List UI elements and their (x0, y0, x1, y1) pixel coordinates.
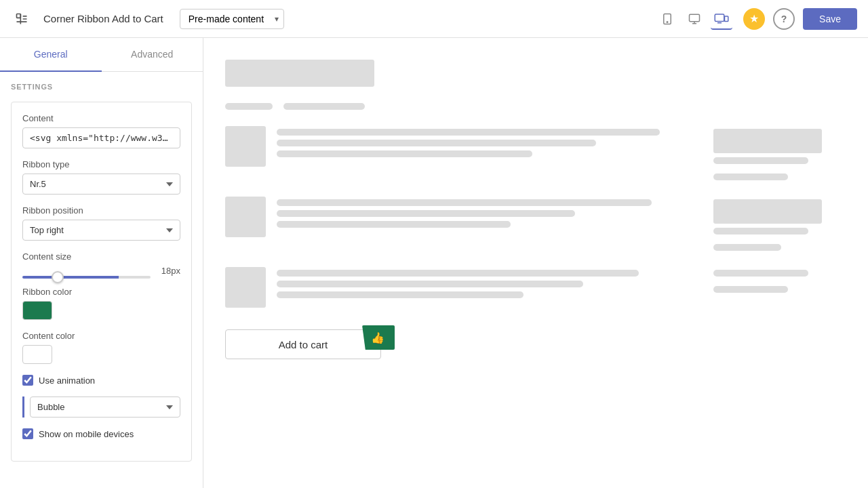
preset-wrapper: Pre-made content ▾ (174, 9, 284, 29)
product-info-3 (277, 267, 703, 298)
ribbon-position-field: Ribbon position Top left Top right Botto… (22, 205, 180, 241)
content-label: Content (22, 113, 180, 123)
skel-meta-1a (713, 157, 808, 164)
ribbon-position-label: Ribbon position (22, 205, 180, 216)
help-button[interactable]: ? (773, 8, 795, 30)
tab-general[interactable]: General (0, 38, 102, 72)
content-color-field: Content color (22, 331, 180, 364)
meta-block-1 (713, 129, 822, 153)
settings-area: SETTINGS Content Ribbon type Nr.1Nr.2Nr.… (0, 72, 203, 472)
show-mobile-label: Show on mobile devices (39, 429, 134, 439)
skel-meta-3b (713, 286, 788, 293)
product-thumb-2 (225, 197, 266, 237)
skeleton-title (225, 60, 374, 87)
content-color-label: Content color (22, 331, 180, 341)
desktop-icon[interactable] (684, 8, 705, 30)
sidebar: General Advanced SETTINGS Content Ribbon… (0, 38, 203, 488)
responsive-icon[interactable] (711, 8, 732, 30)
product-meta-1 (713, 126, 835, 186)
product-thumb-1 (225, 126, 266, 167)
mobile-icon[interactable] (656, 8, 678, 30)
ribbon-badge: 👍 (362, 325, 395, 350)
skel-line-2 (283, 103, 365, 110)
meta-block-2 (713, 199, 822, 224)
product-info-2 (277, 197, 703, 228)
show-mobile-row: Show on mobile devices (22, 428, 180, 439)
product-info-1 (277, 126, 703, 157)
skel-meta-2b (713, 244, 781, 251)
content-size-field: Content size 18px (22, 251, 180, 276)
svg-rect-3 (690, 14, 700, 22)
ribbon-type-field: Ribbon type Nr.1Nr.2Nr.3Nr.4 Nr.5Nr.6 (22, 159, 180, 195)
device-icons (656, 8, 732, 30)
svg-rect-5 (725, 16, 728, 22)
skel-info-2b (277, 210, 575, 217)
skel-meta-3a (713, 270, 808, 277)
skel-meta-1b (713, 174, 788, 180)
skel-info-3c (277, 291, 524, 298)
skel-info-1a (277, 129, 660, 136)
topbar: Corner Ribbon Add to Cart Pre-made conte… (0, 0, 868, 38)
star-icon: ★ (749, 12, 759, 25)
main-layout: General Advanced SETTINGS Content Ribbon… (0, 38, 868, 488)
content-color-swatch[interactable] (22, 345, 52, 364)
content-size-value: 18px (156, 266, 180, 276)
settings-section-label: SETTINGS (11, 83, 192, 91)
content-field: Content (22, 113, 180, 148)
ribbon-color-swatch[interactable] (22, 301, 52, 320)
use-animation-checkbox[interactable] (22, 375, 33, 386)
animation-select-wrapper: Bubble Bounce Shake Pulse Spin (22, 396, 180, 418)
back-button[interactable] (11, 8, 33, 30)
skeleton-lines-short (225, 103, 835, 115)
page-title: Corner Ribbon Add to Cart (43, 13, 163, 24)
star-button[interactable]: ★ (743, 8, 765, 30)
product-rows (225, 126, 835, 308)
help-icon: ? (781, 14, 787, 24)
content-input[interactable] (22, 127, 180, 148)
product-row-1 (225, 126, 835, 186)
skel-info-1c (277, 150, 532, 157)
topbar-right: ★ ? Save (743, 8, 857, 30)
ribbon-type-label: Ribbon type (22, 159, 180, 169)
animation-type-select[interactable]: Bubble Bounce Shake Pulse Spin (30, 396, 180, 418)
skel-info-1b (277, 140, 596, 146)
slider-track (22, 270, 151, 272)
preview-area: Add to cart 👍 (203, 38, 868, 488)
ribbon-icon: 👍 (371, 331, 384, 344)
ribbon-position-select[interactable]: Top left Top right Bottom left Bottom ri… (22, 220, 180, 241)
save-button[interactable]: Save (803, 8, 857, 30)
skel-info-2a (277, 199, 652, 206)
content-size-slider-row: 18px (22, 266, 180, 276)
skel-info-3a (277, 270, 639, 277)
skel-info-2c (277, 221, 511, 228)
skel-info-3b (277, 281, 583, 287)
ribbon-color-field: Ribbon color (22, 287, 180, 320)
use-animation-label: Use animation (39, 375, 95, 386)
skel-line-1 (225, 103, 273, 110)
svg-rect-4 (715, 14, 724, 22)
tab-bar: General Advanced (0, 38, 203, 72)
product-meta-2 (713, 197, 835, 256)
add-to-cart-wrapper: Add to cart 👍 (225, 329, 381, 359)
settings-group: Content Ribbon type Nr.1Nr.2Nr.3Nr.4 Nr.… (11, 102, 192, 462)
add-to-cart-button[interactable]: Add to cart (225, 329, 381, 359)
ribbon-color-label: Ribbon color (22, 287, 180, 297)
product-thumb-3 (225, 267, 266, 308)
preset-select[interactable]: Pre-made content (180, 9, 284, 29)
preview-content: Add to cart 👍 (225, 60, 835, 359)
content-size-label: Content size (22, 251, 180, 262)
product-meta-3 (713, 267, 835, 298)
product-row-3 (225, 267, 835, 308)
content-size-slider[interactable] (22, 276, 151, 279)
svg-point-2 (667, 21, 668, 22)
skel-meta-2a (713, 228, 808, 235)
svg-rect-0 (17, 14, 21, 18)
show-mobile-checkbox[interactable] (22, 428, 33, 439)
use-animation-row: Use animation (22, 375, 180, 386)
product-row-2 (225, 197, 835, 256)
tab-advanced[interactable]: Advanced (102, 38, 203, 72)
ribbon-type-select[interactable]: Nr.1Nr.2Nr.3Nr.4 Nr.5Nr.6 (22, 174, 180, 195)
